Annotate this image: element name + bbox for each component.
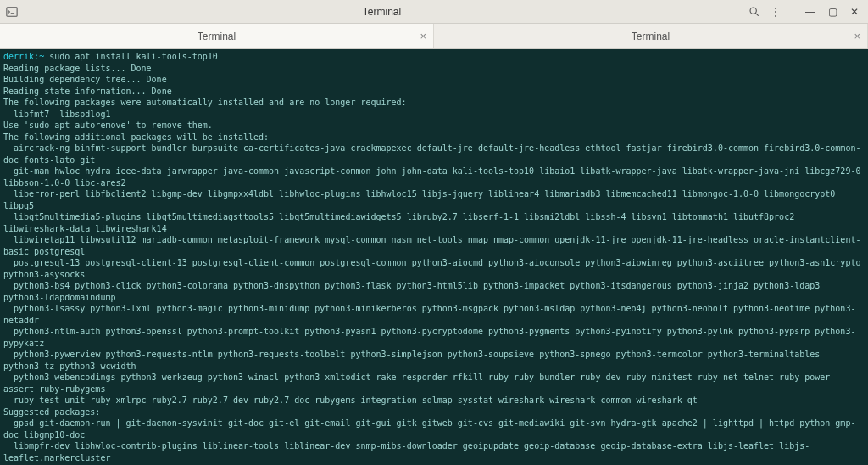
terminal-line: aircrack-ng binfmt-support bundler burps…: [3, 143, 865, 165]
menu-button[interactable]: ⋮: [767, 3, 784, 20]
close-button[interactable]: ✕: [846, 3, 863, 20]
terminal-line: The following packages were automaticall…: [3, 97, 865, 109]
terminal-line: Reading package lists... Done: [3, 63, 865, 75]
terminal-line: libmpfr-dev libhwloc-contrib-plugins lib…: [3, 440, 865, 463]
tab-close-icon[interactable]: ×: [854, 30, 860, 42]
terminal-line: liberror-perl libfbclient2 libgmp-dev li…: [3, 188, 865, 211]
minimize-button[interactable]: —: [802, 3, 819, 20]
tab-bar: Terminal × Terminal ×: [0, 24, 868, 49]
separator: [793, 5, 793, 19]
terminal-line: Use 'sudo apt autoremove' to remove them…: [3, 120, 865, 132]
maximize-button[interactable]: ▢: [824, 3, 841, 20]
svg-line-2: [755, 14, 758, 16]
terminal-line: Building dependency tree... Done: [3, 74, 865, 86]
terminal-line: libwiretap11 libwsutil12 mariadb-common …: [3, 234, 865, 257]
terminal-icon: [5, 5, 19, 19]
tab-close-icon[interactable]: ×: [420, 30, 426, 42]
terminal-line: python3-lsassy python3-lxml python3-magi…: [3, 303, 865, 326]
terminal-line: Suggested packages:: [3, 406, 865, 418]
window-controls: ⋮ — ▢ ✕: [745, 3, 863, 20]
search-button[interactable]: [745, 3, 762, 20]
terminal-line: The following additional packages will b…: [3, 132, 865, 143]
terminal-output[interactable]: derrik:~ sudo apt install kali-tools-top…: [0, 49, 868, 465]
terminal-line: python3-bs4 python3-click python3-colora…: [3, 280, 865, 303]
tab-terminal-1[interactable]: Terminal ×: [0, 24, 434, 48]
tab-label: Terminal: [632, 31, 670, 42]
window-titlebar: Terminal ⋮ — ▢ ✕: [0, 0, 868, 24]
window-title: Terminal: [19, 6, 745, 18]
terminal-line: gpsd git-daemon-run | git-daemon-sysvini…: [3, 417, 865, 440]
terminal-line: python3-ntlm-auth python3-openssl python…: [3, 326, 865, 349]
tab-label: Terminal: [198, 31, 236, 42]
terminal-line: git-man hwloc hydra ieee-data jarwrapper…: [3, 165, 865, 188]
terminal-line: Reading state information... Done: [3, 86, 865, 98]
svg-rect-0: [7, 7, 17, 16]
terminal-line: python3-pywerview python3-requests-ntlm …: [3, 349, 865, 372]
terminal-line: libqt5multimedia5-plugins libqt5multimed…: [3, 211, 865, 234]
terminal-line: python3-webencodings python3-werkzeug py…: [3, 372, 865, 395]
terminal-line: postgresql-13 postgresql-client-13 postg…: [3, 257, 865, 280]
terminal-line: libfmt7 libspdlog1: [3, 109, 865, 120]
terminal-line: ruby-test-unit ruby-xmlrpc ruby2.7 ruby2…: [3, 395, 865, 406]
terminal-prompt-line: derrik:~ sudo apt install kali-tools-top…: [3, 51, 865, 63]
tab-terminal-2[interactable]: Terminal ×: [434, 24, 868, 48]
